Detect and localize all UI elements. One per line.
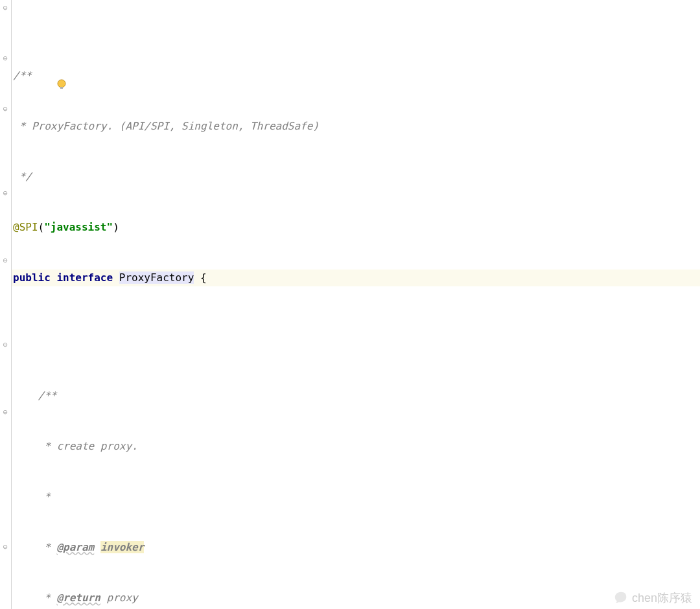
- class-name: ProxyFactory: [119, 271, 194, 284]
- editor-gutter: [0, 0, 12, 609]
- annotation-spi: @SPI: [13, 221, 38, 233]
- svg-rect-1: [60, 87, 63, 89]
- string-literal: "javassist": [44, 221, 113, 233]
- fold-toggle-icon[interactable]: [1, 189, 9, 197]
- fold-toggle-icon[interactable]: [1, 54, 9, 62]
- fold-toggle-icon[interactable]: [1, 543, 9, 551]
- fold-toggle-icon[interactable]: [1, 105, 9, 113]
- javadoc-end: */: [13, 170, 32, 183]
- return-tag: @return: [56, 592, 100, 604]
- class-decl-line: public interface ProxyFactory {: [12, 270, 700, 286]
- param-invoker: invoker: [100, 541, 144, 553]
- fold-toggle-icon[interactable]: [1, 257, 9, 264]
- intention-bulb-icon[interactable]: [30, 61, 43, 74]
- javadoc-start: /**: [13, 69, 32, 82]
- fold-toggle-icon[interactable]: [1, 341, 9, 349]
- param-tag: @param: [56, 541, 94, 553]
- code-editor[interactable]: /** * ProxyFactory. (API/SPI, Singleton,…: [12, 0, 700, 609]
- svg-point-0: [58, 80, 65, 87]
- fold-toggle-icon[interactable]: [1, 408, 9, 416]
- fold-toggle-icon[interactable]: [1, 4, 9, 12]
- javadoc-line: * ProxyFactory. (API/SPI, Singleton, Thr…: [13, 120, 319, 132]
- watermark: chen陈序猿: [614, 590, 692, 606]
